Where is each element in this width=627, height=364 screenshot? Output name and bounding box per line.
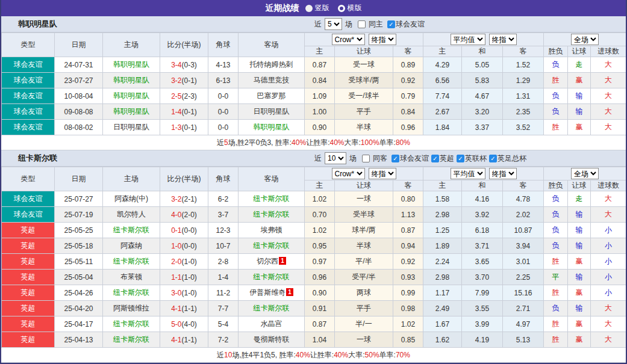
league-filter-item[interactable]: ✓英超 xyxy=(429,153,454,164)
league-filter-item[interactable]: ✓球会友谊 xyxy=(385,19,425,29)
match-type-badge: 球会友谊 xyxy=(2,104,55,120)
col-away: 客场 xyxy=(239,33,305,57)
away-team-name[interactable]: 马德里竞技 xyxy=(254,76,290,84)
home-team-name[interactable]: 纽卡斯尔联 xyxy=(113,288,149,297)
home-team-cell: 阿森纳(中) xyxy=(103,191,160,207)
home-team-cell: 凯尔特人 xyxy=(103,207,160,223)
col-home-odds: 主 xyxy=(305,180,335,191)
away-team-name[interactable]: 切尔西 xyxy=(257,257,278,265)
radio-icon-vertical[interactable] xyxy=(305,5,313,12)
away-team-name[interactable]: 水晶宫 xyxy=(261,319,282,328)
handicap-name: 一球 xyxy=(335,332,393,348)
layout-option-horizontal[interactable]: 横版 xyxy=(338,3,362,13)
corner-score: 11-2 xyxy=(208,285,239,301)
final-odds-select-2[interactable]: 终指 xyxy=(489,168,517,179)
match-score: 2-0(1-0) xyxy=(160,254,208,270)
same-venue-checkbox[interactable] xyxy=(362,155,370,162)
radio-icon-horizontal[interactable] xyxy=(338,5,345,12)
half-time-score: (2-1) xyxy=(182,195,197,203)
final-odds-select[interactable]: 终指 xyxy=(369,34,396,45)
full-match-select[interactable]: 全场 xyxy=(571,168,599,179)
match-score: 1-4(0-1) xyxy=(160,104,208,120)
home-team-name[interactable]: 纽卡斯尔联 xyxy=(113,335,149,344)
league-checkbox[interactable]: ✓ xyxy=(489,155,497,162)
bookmaker-select[interactable]: Crow* xyxy=(332,168,365,179)
away-team-name[interactable]: 伊普斯维奇 xyxy=(249,288,285,297)
away-team-name[interactable]: 纽卡斯尔联 xyxy=(254,210,290,218)
home-team-name[interactable]: 韩职明星队 xyxy=(113,76,149,84)
result-handicap: 赢 xyxy=(568,316,591,332)
away-team-name[interactable]: 纽卡斯尔联 xyxy=(254,304,290,312)
handicap-odds-away: 0.98 xyxy=(393,301,423,316)
summary-segment: 场,胜4平1负5, 胜率: xyxy=(232,350,295,360)
match-date: 23-07-27 xyxy=(55,73,103,88)
home-team-name[interactable]: 韩职明星队 xyxy=(113,91,149,100)
league-checkbox[interactable]: ✓ xyxy=(431,155,439,162)
average-select[interactable]: 平均值 xyxy=(451,34,485,45)
summary-segment: 5 xyxy=(224,138,228,147)
away-team-name[interactable]: 纽卡斯尔联 xyxy=(254,194,290,203)
away-team-name[interactable]: 托特纳姆热刺 xyxy=(250,60,293,69)
league-checkbox[interactable]: ✓ xyxy=(391,155,399,162)
match-score: 0-1(0-0) xyxy=(160,223,208,238)
result-handicap: 赢 xyxy=(568,254,591,270)
summary-segment: 40% xyxy=(329,138,344,147)
home-team-name[interactable]: 纽卡斯尔联 xyxy=(113,226,149,234)
full-time-score: 2-5 xyxy=(171,92,181,100)
result-wdl: 负 xyxy=(544,191,568,207)
match-type-badge: 英超 xyxy=(2,316,55,332)
match-count-select[interactable]: 10 xyxy=(325,152,346,164)
away-team-name[interactable]: 巴塞罗那 xyxy=(257,91,286,100)
league-checkbox[interactable]: ✓ xyxy=(387,20,395,28)
handicap-odds-away: 0.87 xyxy=(393,223,423,238)
away-team-name[interactable]: 埃弗顿 xyxy=(261,226,282,234)
home-team-name[interactable]: 阿斯顿维拉 xyxy=(113,304,149,312)
team-section: 韩职明星队 近 5 场 同主 ✓球会友谊 类型 日期 主场 xyxy=(1,16,626,150)
average-select[interactable]: 平均值 xyxy=(451,168,485,179)
avg-odds-home: 1.25 xyxy=(423,223,462,238)
league-checkbox[interactable]: ✓ xyxy=(457,155,464,162)
away-team-name[interactable]: 纽卡斯尔联 xyxy=(254,273,290,281)
full-match-select[interactable]: 全场 xyxy=(571,34,599,45)
summary-segment: 40% xyxy=(334,351,348,359)
home-team-name[interactable]: 纽卡斯尔联 xyxy=(113,257,149,265)
col-score-half: 比分(半场) xyxy=(160,167,208,191)
home-team-name[interactable]: 日职明星队 xyxy=(113,123,149,131)
league-filter-item[interactable]: ✓英联杯 xyxy=(454,153,487,164)
half-time-score: (0-1) xyxy=(182,123,197,132)
home-team-name[interactable]: 凯尔特人 xyxy=(117,210,146,218)
home-team-name[interactable]: 布莱顿 xyxy=(120,273,142,281)
result-handicap: 输 xyxy=(568,88,591,104)
home-team-name[interactable]: 阿森纳 xyxy=(120,241,142,250)
final-odds-select-2[interactable]: 终指 xyxy=(489,34,517,45)
avg-odds-home: 7.74 xyxy=(423,88,462,104)
away-team-name[interactable]: 纽卡斯尔联 xyxy=(254,241,290,250)
half-time-score: (2-3) xyxy=(182,92,197,100)
home-team-name[interactable]: 纽卡斯尔联 xyxy=(113,319,149,328)
match-type-badge: 球会友谊 xyxy=(2,57,55,73)
handicap-dropdowns-cell: Crow*终指 xyxy=(305,33,423,46)
away-team-name[interactable]: 韩职明星队 xyxy=(254,123,290,131)
result-goals: 大 xyxy=(591,301,626,316)
title-bar: 近期战绩 竖版 横版 xyxy=(1,0,626,16)
col-date: 日期 xyxy=(55,33,103,57)
home-team-name[interactable]: 韩职明星队 xyxy=(113,60,149,69)
match-date: 08-08-02 xyxy=(55,120,103,135)
bookmaker-select[interactable]: Crow* xyxy=(332,34,365,45)
match-count-select[interactable]: 5 xyxy=(325,18,342,30)
final-odds-select[interactable]: 终指 xyxy=(369,168,396,179)
home-team-name[interactable]: 阿森纳(中) xyxy=(114,194,148,203)
home-team-name[interactable]: 韩职明星队 xyxy=(113,107,149,116)
away-team-name[interactable]: 日职明星队 xyxy=(254,107,290,116)
col-away-odds: 客 xyxy=(393,180,423,191)
layout-option-vertical[interactable]: 竖版 xyxy=(305,3,329,13)
away-team-name[interactable]: 曼彻斯特联 xyxy=(254,335,290,344)
corner-score: 12-3 xyxy=(208,223,239,238)
col-handicap-result: 让球 xyxy=(568,46,591,57)
away-team-cell: 曼彻斯特联 xyxy=(239,332,305,348)
away-team-cell: 纽卡斯尔联 xyxy=(239,207,305,223)
same-venue-checkbox[interactable] xyxy=(358,20,366,28)
league-filter-item[interactable]: ✓英足总杯 xyxy=(487,153,526,164)
handicap-odds-away: 0.79 xyxy=(393,88,423,104)
league-filter-item[interactable]: ✓球会友谊 xyxy=(389,153,429,164)
